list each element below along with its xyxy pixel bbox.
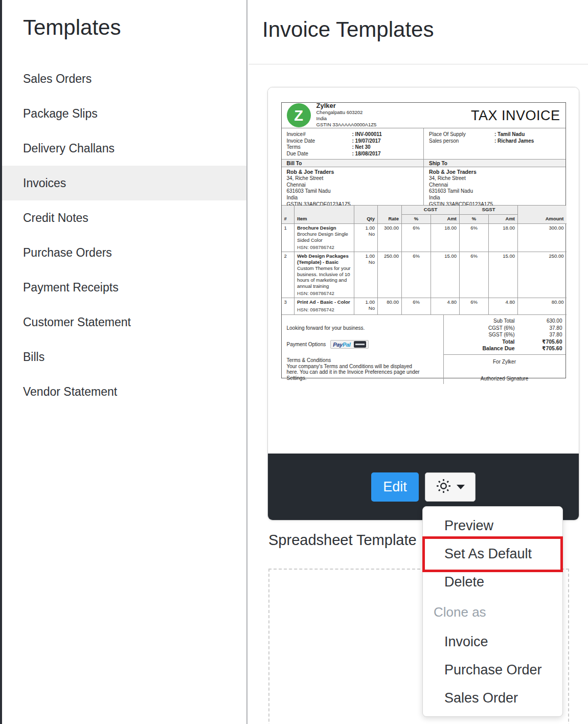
card-icon xyxy=(354,341,366,348)
address-line: India xyxy=(429,195,560,201)
ship-to-heading: Ship To xyxy=(424,160,566,167)
address-line: India xyxy=(287,195,419,201)
address-line: 34, Riche Street xyxy=(429,175,560,182)
invoice-meta-right: Place Of Supply: Tamil Nadu Sales person… xyxy=(423,128,566,159)
invoice-items-table: # Item Qty Rate CGST SGST Amount % Amt % xyxy=(282,206,567,315)
item-hsn: HSN: 098786742 xyxy=(297,290,351,297)
col-header-cgst-amt: Amt xyxy=(431,215,460,224)
gear-icon xyxy=(436,478,451,495)
paypal-badge: PayPal xyxy=(330,340,368,349)
address-line: 631603 Tamil Nadu xyxy=(287,188,419,195)
ship-to-block: Ship To Rob & Joe Traders 34, Riche Stre… xyxy=(423,160,566,205)
meta-label: Terms xyxy=(287,144,352,151)
menu-item-preview[interactable]: Preview xyxy=(423,512,562,540)
meta-label: Due Date xyxy=(287,151,352,157)
table-row: 2 Web Design Packages (Template) - Basic… xyxy=(282,252,567,298)
col-header-sgst-amt: Amt xyxy=(489,215,518,224)
total-label: Total xyxy=(444,338,532,346)
total-value: ₹705.60 xyxy=(532,345,562,352)
total-label: Balance Due xyxy=(444,345,532,352)
bill-to-block: Bill To Rob & Joe Traders 34, Riche Stre… xyxy=(282,160,424,205)
address-line: Chennai xyxy=(287,182,419,189)
col-header-cgst-pct: % xyxy=(402,215,431,224)
menu-item-clone-purchase-order[interactable]: Purchase Order xyxy=(423,656,562,684)
company-gstin: GSTIN 33AAAAA0000A1Z5 xyxy=(316,122,377,128)
payment-options-label: Payment Options xyxy=(287,342,326,348)
company-address-line: India xyxy=(316,116,377,122)
sidebar-item-bills[interactable]: Bills xyxy=(2,340,246,374)
item-hsn: HSN: 098786742 xyxy=(297,307,351,313)
sidebar-title: Templates xyxy=(23,15,246,40)
item-desc: Brochure Design Single Sided Color xyxy=(297,231,351,243)
sidebar-item-payment-receipts[interactable]: Payment Receipts xyxy=(2,270,246,305)
company-address-line: Chengalpattu 603202 xyxy=(316,109,377,116)
table-row: 1 Brochure Design Brochure Design Single… xyxy=(282,224,567,252)
invoice-meta-left: Invoice#: INV-000011 Invoice Date: 19/07… xyxy=(282,128,424,159)
address-line: 631603 Tamil Nadu xyxy=(429,188,560,195)
sidebar-item-credit-notes[interactable]: Credit Notes xyxy=(2,200,246,235)
company-block: Zylker Chengalpattu 603202 India GSTIN 3… xyxy=(316,103,377,128)
menu-item-delete[interactable]: Delete xyxy=(423,568,562,596)
meta-value: : Richard James xyxy=(494,138,534,145)
sidebar-item-vendor-statement[interactable]: Vendor Statement xyxy=(2,374,246,409)
item-name: Brochure Design xyxy=(297,225,351,231)
main-content: Invoice Templates Z Zylker Chengalpattu … xyxy=(248,0,588,724)
meta-value: : INV-000011 xyxy=(352,131,382,138)
total-value: 37.80 xyxy=(532,325,562,332)
template-preview-area: Z Zylker Chengalpattu 603202 India GSTIN… xyxy=(268,87,579,454)
edit-button[interactable]: Edit xyxy=(371,472,419,502)
total-label: SGST (6%) xyxy=(444,331,532,338)
spreadsheet-section-title: Spreadsheet Template xyxy=(268,532,417,549)
for-company-label: For Zylker xyxy=(444,359,566,365)
bill-to-name: Rob & Joe Traders xyxy=(287,169,419,175)
col-header-rate: Rate xyxy=(378,206,402,224)
customer-note: Looking forward for your business. xyxy=(287,325,438,331)
menu-item-clone-invoice[interactable]: Invoice xyxy=(423,628,562,656)
terms-body: Your company's Terms and Conditions will… xyxy=(287,364,421,381)
address-line: Chennai xyxy=(429,182,560,189)
col-header-sgst-pct: % xyxy=(460,215,489,224)
sidebar-item-purchase-orders[interactable]: Purchase Orders xyxy=(2,235,246,270)
sidebar-item-customer-statement[interactable]: Customer Statement xyxy=(2,305,246,340)
sidebar-item-package-slips[interactable]: Package Slips xyxy=(2,96,246,131)
templates-sidebar: Templates Sales Orders Package Slips Del… xyxy=(2,0,247,724)
meta-value: : 18/08/2017 xyxy=(352,151,381,157)
invoice-preview-paper: Z Zylker Chengalpattu 603202 India GSTIN… xyxy=(281,102,566,378)
meta-label: Sales person xyxy=(429,138,494,145)
settings-dropdown-button[interactable] xyxy=(425,472,476,502)
meta-value: : Net 30 xyxy=(352,144,371,151)
item-desc: Custom Themes for your business. Inclusi… xyxy=(297,265,351,289)
sidebar-item-invoices[interactable]: Invoices xyxy=(2,166,246,200)
col-header-num: # xyxy=(282,206,295,224)
meta-label: Invoice Date xyxy=(287,138,352,145)
address-line: 34, Riche Street xyxy=(287,175,419,182)
sidebar-item-delivery-challans[interactable]: Delivery Challans xyxy=(2,131,246,166)
company-logo: Z xyxy=(287,103,311,127)
menu-item-set-as-default[interactable]: Set As Default xyxy=(423,540,562,568)
col-header-qty: Qty xyxy=(354,206,378,224)
total-value: 630.00 xyxy=(532,318,562,325)
bill-ship-section: Bill To Rob & Joe Traders 34, Riche Stre… xyxy=(282,160,566,206)
total-label: Sub Total xyxy=(444,318,532,325)
invoice-totals-block: Sub Total630.00 CGST (6%)37.80 SGST (6%)… xyxy=(443,315,566,384)
col-header-sgst: SGST xyxy=(460,206,518,215)
sidebar-nav: Sales Orders Package Slips Delivery Chal… xyxy=(2,61,246,409)
col-header-cgst: CGST xyxy=(402,206,460,215)
company-name: Zylker xyxy=(316,103,377,109)
meta-value: : 19/07/2017 xyxy=(352,138,381,145)
sidebar-item-sales-orders[interactable]: Sales Orders xyxy=(2,61,246,96)
total-label: CGST (6%) xyxy=(444,325,532,332)
total-value: 37.80 xyxy=(532,331,562,338)
settings-dropdown-menu: Preview Set As Default Delete Clone as I… xyxy=(422,506,563,717)
terms-heading: Terms & Conditions xyxy=(287,357,438,364)
header-divider xyxy=(248,64,588,64)
total-value: ₹705.60 xyxy=(532,338,562,346)
meta-label: Place Of Supply xyxy=(429,131,494,138)
invoice-meta-section: Invoice#: INV-000011 Invoice Date: 19/07… xyxy=(282,128,566,160)
table-row: 3 Print Ad - Basic - Color HSN: 09878674… xyxy=(282,298,567,315)
menu-group-clone-as: Clone as xyxy=(423,596,562,628)
item-name: Web Design Packages (Template) - Basic xyxy=(297,253,351,265)
invoice-footer-section: Looking forward for your business. Payme… xyxy=(282,315,566,384)
menu-item-clone-sales-order[interactable]: Sales Order xyxy=(423,684,562,712)
authorized-signature-label: Authorized Signature xyxy=(444,376,566,382)
